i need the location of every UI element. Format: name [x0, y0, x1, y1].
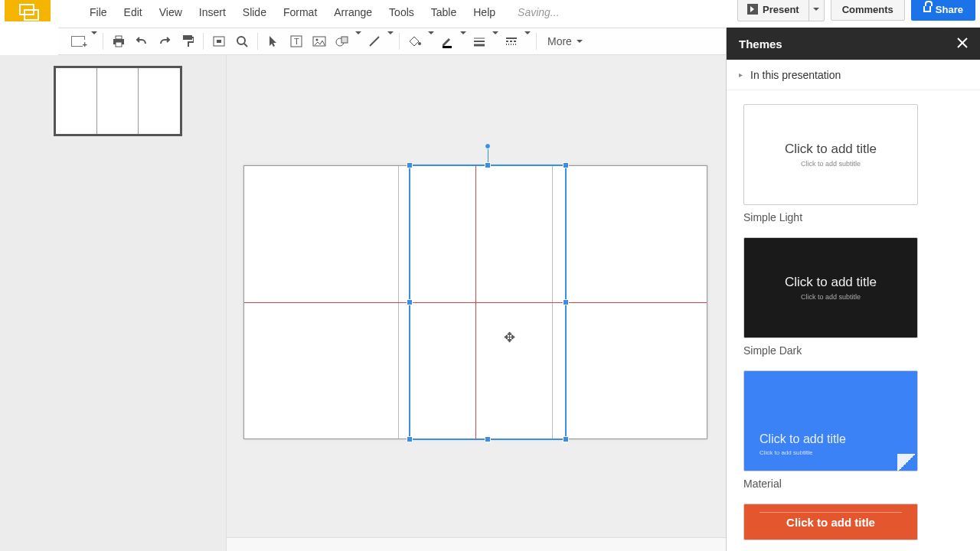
toolbar-more[interactable]: More [541, 35, 589, 47]
chevron-down-icon [355, 31, 361, 47]
slide-filmstrip[interactable]: 1 [0, 55, 227, 551]
themes-panel-title: Themes [739, 37, 782, 51]
canvas-area[interactable]: ✥ [227, 55, 726, 551]
svg-line-7 [244, 44, 247, 47]
selected-shape[interactable] [409, 165, 567, 440]
line-dash-icon [505, 36, 518, 47]
theme-simple-dark[interactable]: Click to add title Click to add subtitle [743, 237, 918, 338]
shape-dropdown[interactable] [354, 34, 362, 48]
line-color-dropdown[interactable] [459, 34, 467, 48]
theme-label-simple-light: Simple Light [743, 211, 963, 223]
menu-format[interactable]: Format [275, 6, 325, 18]
paint-format-button[interactable] [177, 31, 198, 52]
theme-preview-subtitle: Click to add subtitle [801, 293, 861, 301]
speaker-notes-bar[interactable] [227, 537, 726, 551]
svg-rect-5 [217, 40, 221, 43]
chevron-down-icon [492, 31, 498, 47]
menu-insert[interactable]: Insert [191, 6, 234, 18]
line-weight-button[interactable] [469, 31, 490, 52]
resize-handle-se[interactable] [563, 436, 569, 442]
printer-icon [112, 35, 126, 47]
shape-tool[interactable] [332, 31, 353, 52]
menu-tools[interactable]: Tools [381, 6, 423, 18]
theme-preview-title: Click to add title [760, 432, 846, 446]
line-color-button[interactable] [436, 31, 458, 52]
new-slide-icon [71, 36, 85, 47]
svg-rect-16 [443, 46, 452, 48]
theme-swiss[interactable]: Click to add title [743, 504, 918, 540]
resize-handle-ne[interactable] [563, 162, 569, 168]
menu-slide[interactable]: Slide [234, 6, 275, 18]
menu-help[interactable]: Help [465, 6, 504, 18]
comments-button[interactable]: Comments [831, 0, 905, 21]
image-tool[interactable] [309, 31, 330, 52]
chevron-down-icon [813, 8, 819, 11]
menu-view[interactable]: View [151, 6, 191, 18]
menu-arrange[interactable]: Arrange [325, 6, 381, 18]
present-label: Present [763, 4, 799, 15]
svg-rect-1 [116, 36, 122, 39]
theme-preview-subtitle: Click to add subtitle [801, 160, 861, 168]
chevron-down-icon [524, 31, 531, 47]
line-dropdown[interactable] [387, 34, 394, 48]
theme-label-material: Material [743, 478, 963, 490]
rotate-handle[interactable] [485, 143, 491, 149]
page-curl-icon [897, 454, 917, 471]
redo-icon [158, 36, 172, 47]
theme-preview-title: Click to add title [786, 516, 875, 529]
resize-handle-s[interactable] [485, 436, 491, 442]
svg-rect-2 [116, 42, 122, 47]
redo-button[interactable] [154, 31, 175, 52]
undo-icon [135, 36, 149, 47]
resize-handle-n[interactable] [485, 162, 491, 168]
svg-rect-3 [183, 35, 192, 40]
print-button[interactable] [108, 31, 129, 52]
in-this-presentation-row[interactable]: ▸ In this presentation [727, 60, 980, 90]
share-button[interactable]: Share [911, 0, 975, 21]
line-dash-button[interactable] [501, 31, 522, 52]
line-weight-dropdown[interactable] [492, 34, 499, 48]
svg-rect-13 [341, 37, 348, 43]
themes-panel: Themes ▸ In this presentation Click to a… [726, 28, 980, 551]
line-dash-dropdown[interactable] [524, 34, 531, 48]
resize-handle-e[interactable] [563, 299, 569, 305]
svg-point-15 [418, 42, 421, 45]
rotate-stem [488, 148, 488, 163]
theme-preview-subtitle: Click to add subtitle [760, 449, 812, 456]
line-icon [368, 34, 381, 48]
play-icon [747, 4, 758, 15]
close-button[interactable] [957, 36, 968, 52]
resize-handle-sw[interactable] [407, 436, 413, 442]
undo-button[interactable] [131, 31, 152, 52]
svg-line-14 [370, 37, 379, 46]
zoom-fit-button[interactable] [208, 31, 230, 52]
line-tool[interactable] [364, 31, 385, 52]
fill-color-button[interactable] [404, 31, 426, 52]
menu-file[interactable]: File [81, 6, 116, 18]
textbox-tool[interactable]: T [286, 31, 307, 52]
resize-handle-nw[interactable] [407, 162, 413, 168]
new-slide-button[interactable] [67, 31, 89, 52]
select-tool[interactable] [263, 31, 284, 52]
slide-thumbnail-1[interactable] [54, 66, 182, 136]
chevron-down-icon [577, 40, 583, 43]
present-dropdown[interactable] [808, 0, 824, 21]
resize-handle-w[interactable] [407, 299, 413, 305]
move-cursor-icon: ✥ [504, 329, 515, 346]
svg-text:T: T [294, 37, 299, 46]
theme-simple-light[interactable]: Click to add title Click to add subtitle [743, 104, 918, 205]
theme-preview-title: Click to add title [785, 275, 877, 290]
app-logo[interactable] [0, 0, 58, 24]
close-icon [957, 37, 968, 48]
menu-edit[interactable]: Edit [116, 6, 151, 18]
zoom-button[interactable] [231, 31, 253, 52]
present-button[interactable]: Present [738, 0, 808, 21]
menu-table[interactable]: Table [423, 6, 465, 18]
lock-icon [923, 6, 931, 12]
share-label: Share [936, 4, 963, 15]
fill-color-dropdown[interactable] [427, 34, 435, 48]
new-slide-dropdown[interactable] [90, 34, 98, 48]
theme-material[interactable]: Click to add title Click to add subtitle [743, 370, 918, 471]
magnifier-icon [236, 35, 248, 47]
chevron-down-icon [91, 31, 97, 47]
